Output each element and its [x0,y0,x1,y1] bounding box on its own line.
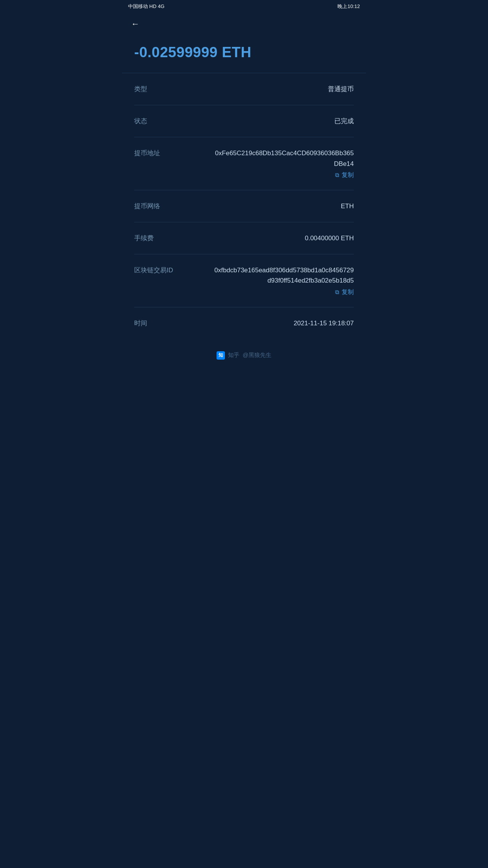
row-value-6: 2021-11-15 19:18:07 [294,318,354,328]
row-value-4: 0.00400000 ETH [305,233,354,243]
row-value-0: 普通提币 [328,84,354,94]
detail-row-5: 区块链交易ID0xfbdcb73e165ead8f306dd5738bd1a0c… [134,254,354,307]
footer-watermark: 知 知乎 @黑狼先生 [122,339,366,369]
row-address-text-2: 0xFe65C219c68Db135Cac4CD60936036Bb365DBe… [211,148,354,169]
row-value-wrap-2: 0xFe65C219c68Db135Cac4CD60936036Bb365DBe… [211,148,354,179]
time-text: 晚上10:12 [337,3,360,10]
copy-button-5[interactable]: ⧉复制 [335,288,354,296]
row-label-6: 时间 [134,318,147,328]
detail-row-2: 提币地址0xFe65C219c68Db135Cac4CD60936036Bb36… [134,137,354,190]
footer-platform: 知乎 [228,352,239,359]
amount-section: -0.02599999 ETH [122,35,366,73]
copy-label-2: 复制 [342,171,354,179]
row-label-3: 提币网络 [134,201,160,211]
row-address-text-5: 0xfbdcb73e165ead8f306dd5738bd1a0c8456729… [211,265,354,286]
copy-button-2[interactable]: ⧉复制 [335,171,354,179]
amount-value: -0.02599999 ETH [134,44,354,61]
row-label-0: 类型 [134,84,147,93]
carrier-text: 中国移动 HD 4G [128,3,164,10]
row-label-4: 手续费 [134,233,154,243]
detail-rows: 类型普通提币状态已完成提币地址0xFe65C219c68Db135Cac4CD6… [122,73,366,339]
footer-author: @黑狼先生 [242,352,271,359]
copy-icon-2: ⧉ [335,172,339,178]
detail-row-0: 类型普通提币 [134,73,354,105]
row-label-5: 区块链交易ID [134,265,173,275]
row-value-1: 已完成 [334,116,354,126]
detail-row-1: 状态已完成 [134,105,354,137]
back-button-row: ← [122,13,366,35]
detail-row-4: 手续费0.00400000 ETH [134,222,354,254]
copy-label-5: 复制 [342,288,354,296]
row-value-3: ETH [341,201,354,211]
row-label-2: 提币地址 [134,148,160,158]
detail-row-6: 时间2021-11-15 19:18:07 [134,307,354,339]
back-button[interactable]: ← [131,19,140,29]
zhihu-logo-icon: 知 [217,351,225,360]
row-value-wrap-5: 0xfbdcb73e165ead8f306dd5738bd1a0c8456729… [211,265,354,296]
detail-row-3: 提币网络ETH [134,190,354,222]
status-bar: 中国移动 HD 4G 晚上10:12 [122,0,366,13]
row-label-1: 状态 [134,116,147,125]
copy-icon-5: ⧉ [335,289,339,296]
